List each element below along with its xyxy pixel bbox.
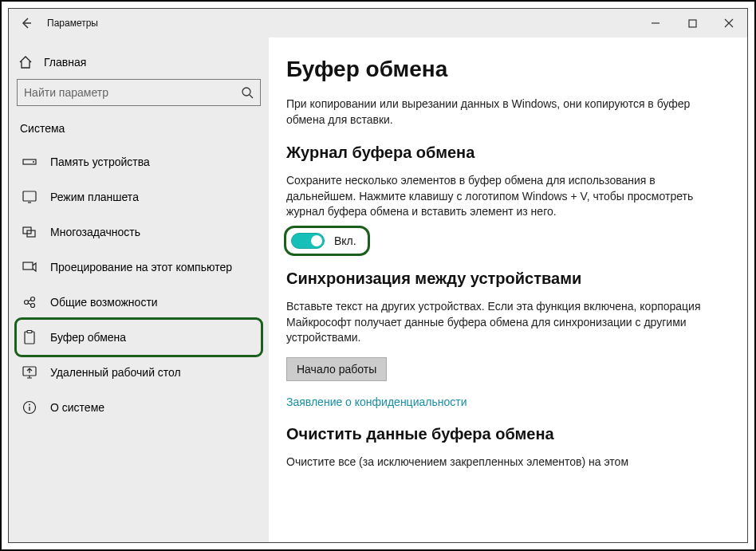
sidebar-item-label: Проецирование на этот компьютер [50,261,232,274]
home-icon [18,55,33,69]
arrow-left-icon [20,17,33,30]
sidebar-item-label: Общие возможности [50,296,158,309]
home-link[interactable]: Главная [17,52,261,79]
window-title: Параметры [47,18,98,29]
sidebar: Главная Система Память устройства Режим … [9,37,269,542]
sidebar-item-remote[interactable]: Удаленный рабочий стол [17,355,261,390]
history-toggle-row: Вкл. [286,228,722,254]
svg-rect-11 [25,332,34,344]
project-icon [22,262,37,273]
sidebar-item-about[interactable]: О системе [17,390,261,425]
svg-rect-0 [689,20,696,27]
settings-window: Параметры Главная Система [8,8,748,543]
sidebar-item-projecting[interactable]: Проецирование на этот компьютер [17,250,261,285]
about-icon [22,400,37,415]
clear-text: Очистите все (за исключением закрепленны… [286,455,701,470]
minimize-icon [651,18,660,28]
sync-text: Вставьте текст на других устройствах. Ес… [286,299,701,346]
close-button[interactable] [711,9,747,37]
svg-rect-7 [23,262,33,270]
toggle-highlight: Вкл. [286,228,368,254]
content-pane: Буфер обмена При копировании или вырезан… [269,37,747,542]
home-label: Главная [44,56,86,69]
history-toggle[interactable] [291,233,325,249]
back-button[interactable] [9,9,44,37]
section-label: Система [20,122,261,135]
history-heading: Журнал буфера обмена [286,144,722,162]
sidebar-item-label: О системе [50,401,104,414]
titlebar: Параметры [9,9,747,37]
maximize-button[interactable] [674,9,711,37]
sidebar-item-multitasking[interactable]: Многозадачность [17,214,261,250]
minimize-button[interactable] [637,9,674,37]
tablet-icon [22,191,37,203]
svg-point-15 [29,404,30,406]
clear-heading: Очистить данные буфера обмена [286,425,722,443]
sidebar-item-label: Режим планшета [50,191,139,203]
search-icon [241,86,254,99]
screenshot-frame: Параметры Главная Система [0,0,756,551]
sidebar-item-storage[interactable]: Память устройства [17,144,261,179]
svg-point-10 [31,304,35,308]
intro-text: При копировании или вырезании данных в W… [286,96,701,128]
sidebar-item-label: Удаленный рабочий стол [50,366,181,379]
sidebar-item-shared[interactable]: Общие возможности [17,285,261,320]
sync-heading: Синхронизация между устройствами [286,270,722,288]
clipboard-icon [23,330,36,344]
shared-icon [22,296,37,309]
svg-point-1 [242,88,250,96]
sidebar-item-label: Многозадачность [50,226,140,238]
remote-icon [22,366,37,379]
close-icon [724,18,734,28]
search-box[interactable] [17,79,261,106]
svg-point-9 [31,297,35,301]
nav-list: Память устройства Режим планшета Многоза… [17,144,261,425]
sidebar-item-tablet[interactable]: Режим планшета [17,179,261,214]
window-controls [637,9,747,37]
get-started-button[interactable]: Начало работы [286,357,387,381]
sidebar-item-clipboard[interactable]: Буфер обмена [17,320,261,355]
maximize-icon [688,19,697,28]
multitask-icon [22,226,37,238]
storage-icon [22,156,37,167]
sidebar-item-label: Память устройства [50,155,150,168]
toggle-knob [311,235,322,246]
svg-point-3 [33,161,34,163]
privacy-link[interactable]: Заявление о конфиденциальности [286,396,467,408]
history-toggle-label: Вкл. [334,234,356,247]
svg-rect-12 [27,331,32,333]
window-body: Главная Система Память устройства Режим … [9,37,747,542]
sidebar-item-label: Буфер обмена [50,331,126,344]
page-heading: Буфер обмена [286,57,722,82]
svg-point-8 [25,301,29,305]
search-input[interactable] [24,86,241,99]
history-text: Сохраните несколько элементов в буфер об… [286,173,701,220]
svg-rect-4 [23,191,36,201]
